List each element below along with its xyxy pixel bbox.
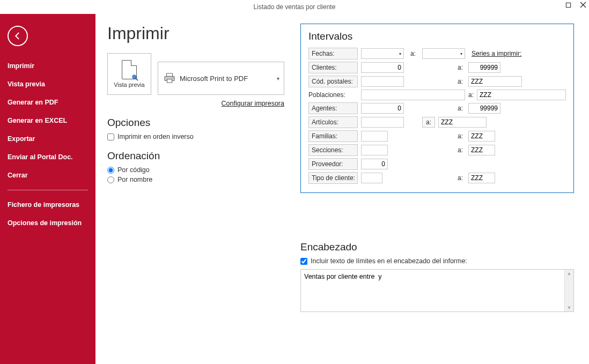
fechas-label: Fechas: (308, 48, 358, 60)
header-textarea[interactable] (301, 270, 564, 311)
poblaciones-from-input[interactable] (361, 90, 465, 100)
a-label: a: (422, 78, 465, 85)
familias-to-input[interactable] (468, 131, 495, 142)
clientes-label: Clientes: (308, 62, 358, 73)
sort-by-name-radio[interactable]: Por nombre (107, 176, 284, 183)
sidebar-item-exportar[interactable]: Exportar (0, 130, 95, 148)
proveedor-from-input[interactable] (361, 159, 388, 169)
page-title: Imprimir (107, 24, 284, 43)
sort-by-code-radio[interactable]: Por código (107, 166, 284, 174)
articulos-label: Artículos: (308, 116, 358, 128)
a-label: a: (422, 132, 465, 140)
tipocli-label: Tipo de cliente: (308, 172, 358, 184)
sort-code-label: Por código (117, 166, 150, 174)
agentes-from-input[interactable] (361, 103, 404, 114)
encabezado-heading: Encabezado (300, 241, 574, 253)
clientes-to-input[interactable] (468, 62, 500, 73)
a-label: a: (422, 105, 465, 112)
a-label: a: (468, 91, 474, 99)
articulos-to-input[interactable] (438, 117, 487, 128)
sidebar-item-vista[interactable]: Vista previa (0, 75, 95, 93)
svg-line-4 (136, 78, 138, 80)
chevron-down-icon: ▾ (277, 76, 279, 81)
reverse-order-label: Imprimir en orden inverso (117, 133, 194, 140)
a-label: a: (422, 174, 465, 182)
intervalos-heading: Intervalos (308, 31, 566, 42)
include-limits-checkbox[interactable]: Incluir texto de límites en el encabezad… (300, 257, 574, 265)
close-icon[interactable] (579, 1, 587, 9)
printer-selector[interactable]: Microsoft Print to PDF ▾ (158, 62, 284, 95)
intervalos-panel: Intervalos Fechas: ▾ a: ▾ Series a impri… (300, 24, 574, 193)
window-title: Listado de ventas por cliente (254, 3, 336, 11)
agentes-label: Agentes: (308, 102, 358, 114)
include-limits-input[interactable] (300, 258, 307, 265)
clientes-from-input[interactable] (361, 62, 404, 73)
sidebar: Imprimir Vista previa Generar en PDF Gen… (0, 14, 95, 364)
svg-rect-7 (167, 79, 172, 83)
scroll-down-icon[interactable]: ▼ (567, 305, 572, 310)
vista-previa-label: Vista previa (114, 81, 144, 88)
printer-icon (164, 73, 175, 84)
svg-rect-5 (167, 73, 173, 76)
cp-to-input[interactable] (468, 76, 522, 87)
sidebar-item-opciones[interactable]: Opciones de impresión (0, 214, 95, 232)
sidebar-item-pdf[interactable]: Generar en PDF (0, 93, 95, 112)
chevron-down-icon: ▾ (460, 51, 462, 56)
secciones-to-input[interactable] (468, 145, 495, 155)
sidebar-item-fichero[interactable]: Fichero de impresoras (0, 196, 95, 214)
sidebar-separator (8, 190, 88, 190)
magnifier-icon (131, 74, 139, 81)
a-label: a: (407, 50, 419, 57)
articulos-from-input[interactable] (361, 117, 404, 128)
svg-point-8 (172, 77, 173, 78)
sidebar-item-cerrar[interactable]: Cerrar (0, 166, 95, 184)
a-label: a: (422, 117, 435, 128)
chevron-down-icon: ▾ (399, 51, 401, 56)
reverse-order-input[interactable] (107, 133, 114, 140)
header-textarea-wrap: ▲▼ (300, 269, 574, 312)
printer-name: Microsoft Print to PDF (180, 75, 248, 83)
content: Imprimir Vista previa (95, 14, 589, 364)
sort-code-input[interactable] (107, 167, 114, 174)
tipocli-from-input[interactable] (361, 173, 382, 183)
scroll-up-icon[interactable]: ▲ (567, 271, 572, 276)
titlebar: Listado de ventas por cliente (0, 0, 589, 14)
window-controls (564, 1, 587, 9)
familias-label: Familias: (308, 130, 358, 142)
secciones-label: Secciones: (308, 144, 358, 156)
include-limits-label: Incluir texto de límites en el encabezad… (311, 257, 467, 265)
series-imprimir-link[interactable]: Series a imprimir: (472, 50, 521, 57)
poblaciones-to-input[interactable] (477, 90, 566, 100)
sort-name-input[interactable] (107, 176, 114, 183)
a-label: a: (422, 146, 465, 154)
tipocli-to-input[interactable] (468, 173, 495, 183)
sidebar-item-imprimir[interactable]: Imprimir (0, 57, 95, 75)
configure-printer-link[interactable]: Configurar impresora (222, 100, 284, 107)
reverse-order-checkbox[interactable]: Imprimir en orden inverso (107, 133, 284, 140)
cp-from-input[interactable] (361, 76, 404, 87)
vista-previa-button[interactable]: Vista previa (107, 53, 151, 95)
scrollbar[interactable]: ▲▼ (564, 270, 573, 311)
sidebar-item-portal[interactable]: Enviar al Portal Doc. (0, 148, 95, 166)
secciones-from-input[interactable] (361, 145, 388, 155)
svg-point-3 (132, 75, 136, 79)
sidebar-item-excel[interactable]: Generar en EXCEL (0, 112, 95, 130)
fechas-to-combo[interactable]: ▾ (422, 48, 465, 59)
sort-name-label: Por nombre (117, 176, 152, 183)
poblaciones-label: Poblaciones: (308, 90, 358, 100)
maximize-icon[interactable] (564, 1, 572, 9)
familias-from-input[interactable] (361, 131, 388, 142)
fechas-from-combo[interactable]: ▾ (361, 48, 404, 59)
cp-label: Cód. postales: (308, 76, 358, 87)
a-label: a: (422, 64, 465, 71)
options-heading: Opciones (107, 117, 284, 129)
svg-rect-0 (566, 3, 570, 7)
sort-heading: Ordenación (107, 150, 284, 162)
proveedor-label: Proveedor: (308, 158, 358, 170)
agentes-to-input[interactable] (468, 103, 500, 114)
back-button[interactable] (8, 26, 28, 46)
